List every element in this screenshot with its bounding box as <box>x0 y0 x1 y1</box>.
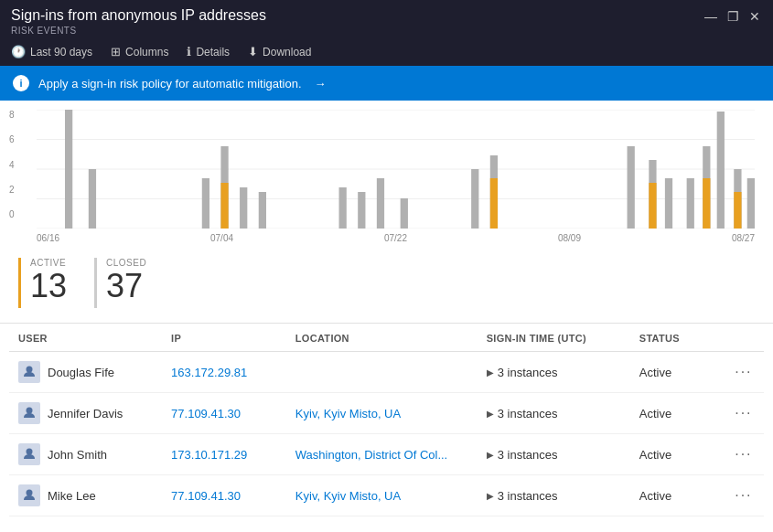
ip-link-2[interactable]: 77.109.41.30 <box>171 407 241 420</box>
x-label-0616: 06/16 <box>37 233 59 243</box>
banner-text: Apply a sign-in risk policy for automati… <box>38 77 302 90</box>
svg-rect-10 <box>259 192 266 229</box>
svg-point-32 <box>27 449 33 455</box>
chart-area: 0 2 4 6 8 <box>0 101 773 247</box>
location-cell-2: Kyiv, Kyiv Misto, UA <box>286 393 478 434</box>
more-button-2[interactable]: ··· <box>735 405 752 420</box>
closed-divider <box>94 258 97 308</box>
restore-button[interactable]: ❐ <box>725 9 740 24</box>
svg-rect-6 <box>89 169 96 229</box>
x-label-0704: 07/04 <box>210 233 233 243</box>
signin-cell-3[interactable]: ▶ 3 instances <box>478 434 630 475</box>
signin-cell-2[interactable]: ▶ 3 instances <box>478 393 630 434</box>
ip-cell-2: 77.109.41.30 <box>162 393 286 434</box>
user-name-4: Mike Lee <box>48 489 96 503</box>
minimize-button[interactable]: — <box>703 9 718 24</box>
th-signin: SIGN-IN TIME (UTC) <box>478 324 630 352</box>
toolbar-download-label: Download <box>263 46 311 59</box>
title-bar-controls: — ❐ ✕ <box>703 9 762 24</box>
chart-y-axis: 0 2 4 6 8 <box>9 110 15 219</box>
status-cell-1: Active <box>630 352 725 393</box>
svg-rect-24 <box>747 178 755 229</box>
toolbar-columns[interactable]: ⊞ Columns <box>111 45 168 59</box>
svg-rect-27 <box>649 183 656 229</box>
active-value: 13 <box>30 270 67 303</box>
avatar-4 <box>18 484 40 506</box>
svg-rect-17 <box>628 146 635 229</box>
table-row[interactable]: Jennifer Davis 77.109.41.30 Kyiv, Kyiv M… <box>9 393 764 434</box>
user-name-1: Douglas Fife <box>48 366 114 379</box>
closed-inner: CLOSED 37 <box>106 258 146 303</box>
y-label-6: 6 <box>9 134 15 144</box>
closed-value: 37 <box>106 270 146 303</box>
close-button[interactable]: ✕ <box>747 9 762 24</box>
instance-arrow-4: ▶ <box>487 491 494 501</box>
svg-rect-29 <box>734 192 741 229</box>
x-label-0722: 07/22 <box>384 233 407 243</box>
x-label-0827: 08/27 <box>732 233 755 243</box>
user-name-2: Jennifer Davis <box>48 407 123 420</box>
x-label-0809: 08/09 <box>558 233 581 243</box>
signin-cell-4[interactable]: ▶ 3 instances <box>478 475 630 516</box>
svg-rect-22 <box>717 112 725 229</box>
location-cell-4: Kyiv, Kyiv Misto, UA <box>286 475 478 516</box>
svg-rect-12 <box>358 192 365 229</box>
status-cell-3: Active <box>630 434 725 475</box>
user-name-3: John Smith <box>48 448 107 462</box>
th-ip: IP <box>162 324 286 352</box>
stat-closed: CLOSED 37 <box>94 258 146 308</box>
title-bar: Sign-ins from anonymous IP addresses RIS… <box>0 0 773 39</box>
table-row[interactable]: John Smith 173.10.171.29 Washington, Dis… <box>9 434 764 475</box>
svg-rect-20 <box>687 178 694 229</box>
clock-icon: 🕐 <box>11 45 26 59</box>
location-cell-1 <box>286 352 478 393</box>
location-link-2[interactable]: Kyiv, Kyiv Misto, UA <box>295 407 401 420</box>
location-link-4[interactable]: Kyiv, Kyiv Misto, UA <box>295 489 401 503</box>
ip-cell-4: 77.109.41.30 <box>162 475 286 516</box>
table-header: USER IP LOCATION SIGN-IN TIME (UTC) STAT… <box>9 324 764 352</box>
y-label-2: 2 <box>9 185 15 195</box>
more-button-4[interactable]: ··· <box>735 487 752 503</box>
main-content: 0 2 4 6 8 <box>0 101 773 532</box>
chart-svg <box>37 110 755 229</box>
svg-rect-28 <box>703 178 710 229</box>
active-divider <box>18 258 21 308</box>
user-cell-3: John Smith <box>9 434 162 475</box>
location-cell-3: Washington, District Of Col... <box>286 434 478 475</box>
actions-cell-4: ··· <box>725 475 764 516</box>
ip-link-4[interactable]: 77.109.41.30 <box>171 489 241 503</box>
svg-point-33 <box>27 490 33 496</box>
stat-active: ACTIVE 13 <box>18 258 67 308</box>
th-location: LOCATION <box>286 324 478 352</box>
banner-arrow: → <box>315 77 327 90</box>
y-label-4: 4 <box>9 160 15 170</box>
svg-rect-19 <box>665 178 672 229</box>
toolbar-download[interactable]: ⬇ Download <box>248 45 311 59</box>
window-title: Sign-ins from anonymous IP addresses <box>11 7 266 24</box>
stats-area: ACTIVE 13 CLOSED 37 <box>0 247 773 324</box>
avatar-3 <box>18 443 40 465</box>
info-banner[interactable]: i Apply a sign-in risk policy for automa… <box>0 66 773 101</box>
signin-cell-1[interactable]: ▶ 3 instances <box>478 352 630 393</box>
toolbar-last90days[interactable]: 🕐 Last 90 days <box>11 45 92 59</box>
table-row[interactable]: Mike Lee 77.109.41.30 Kyiv, Kyiv Misto, … <box>9 475 764 516</box>
more-button-1[interactable]: ··· <box>735 364 752 379</box>
user-cell-4: Mike Lee <box>9 475 162 516</box>
ip-link-1[interactable]: 163.172.29.81 <box>171 366 247 379</box>
chart-x-labels: 06/16 07/04 07/22 08/09 08/27 <box>37 231 755 243</box>
ip-cell-3: 173.10.171.29 <box>162 434 286 475</box>
data-table: USER IP LOCATION SIGN-IN TIME (UTC) STAT… <box>9 324 764 516</box>
svg-rect-13 <box>377 178 384 229</box>
svg-point-31 <box>27 408 33 414</box>
actions-cell-3: ··· <box>725 434 764 475</box>
ip-link-3[interactable]: 173.10.171.29 <box>171 448 247 462</box>
more-button-3[interactable]: ··· <box>735 446 752 462</box>
download-icon: ⬇ <box>248 45 258 59</box>
toolbar-details[interactable]: ℹ Details <box>187 45 230 59</box>
instance-count-3: 3 instances <box>498 448 558 462</box>
svg-rect-15 <box>471 169 478 229</box>
table-row[interactable]: Douglas Fife 163.172.29.81 ▶ 3 instances <box>9 352 764 393</box>
user-cell-2: Jennifer Davis <box>9 393 162 434</box>
window-subtitle: RISK EVENTS <box>11 26 266 36</box>
location-link-3[interactable]: Washington, District Of Col... <box>295 448 447 462</box>
